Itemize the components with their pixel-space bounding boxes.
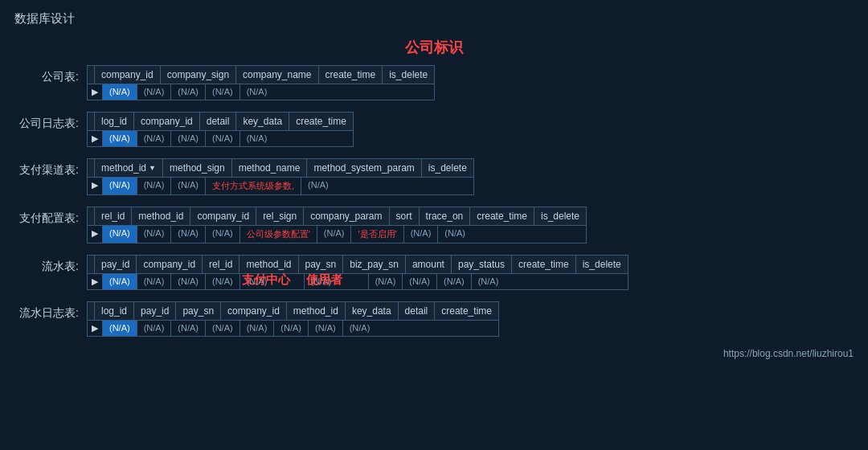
pay-channel-col-arrow (88, 159, 95, 177)
flow-log-col-logid: log_id (95, 302, 134, 320)
flow-log-data-compid: (N/A) (206, 321, 240, 336)
pay-channel-table: method_id ▼ method_sign method_name meth… (87, 158, 474, 195)
flow-overlay-yonghu: 使用者 (306, 272, 342, 288)
flow-data-amount: (N/A) (369, 274, 403, 289)
pay-config-table-data: ▶ (N/A) (N/A) (N/A) (N/A) 公司级参数配置' (N/A)… (88, 226, 586, 243)
pay-config-col-traceon: trace_on (420, 207, 471, 225)
flow-col-bizpaysn: biz_pay_sn (343, 256, 406, 273)
flow-log-arrow: ▶ (88, 321, 103, 336)
flow-col-delete: is_delete (576, 256, 628, 273)
flow-data-compid: (N/A) (137, 274, 172, 289)
sort-icon: ▼ (149, 164, 156, 172)
pay-config-col-relid: rel_id (95, 207, 132, 225)
company-table-data: ▶ (N/A) (N/A) (N/A) (N/A) (N/A) (88, 84, 434, 100)
company-col-arrow (88, 66, 95, 84)
pay-channel-data-sign: (N/A) (137, 178, 172, 194)
flow-table-data: ▶ (N/A) (N/A) (N/A) (N/A) (N/A) 支付中心 (N/… (88, 274, 628, 289)
flow-log-table: log_id pay_id pay_sn company_id method_i… (87, 301, 499, 337)
pay-channel-col-sign: method_sign (163, 159, 232, 177)
pay-config-data-methodid: (N/A) (137, 226, 172, 243)
flow-col-time: create_time (512, 256, 576, 273)
flow-log-table-header: log_id pay_id pay_sn company_id method_i… (88, 302, 498, 321)
flow-col-methodid: method_id (240, 256, 298, 273)
flow-log-data-logid: (N/A) (103, 321, 137, 336)
pay-config-data-traceon: '是否启用' (351, 226, 403, 243)
pay-channel-table-data: ▶ (N/A) (N/A) (N/A) 支付方式系统级参数, (N/A) (88, 178, 473, 194)
company-log-table: log_id company_id detail key_data create… (87, 112, 354, 147)
pay-config-col-delete: is_delete (534, 207, 586, 225)
flow-col-amount: amount (406, 256, 452, 273)
flow-log-data-time: (N/A) (343, 321, 377, 336)
pay-config-table-header: rel_id method_id company_id rel_sign com… (88, 207, 586, 226)
center-label: 公司标识 (14, 38, 854, 57)
flow-log-table-row: 流水日志表: log_id pay_id pay_sn company_id m… (14, 301, 854, 337)
flow-data-methodid: (N/A) (206, 274, 240, 289)
flow-log-table-label: 流水日志表: (14, 301, 87, 321)
company-log-data-compid: (N/A) (137, 131, 172, 146)
pay-channel-arrow: ▶ (88, 178, 103, 194)
flow-overlay-zhifu: 支付中心 (242, 272, 290, 288)
company-log-col-logid: log_id (95, 112, 134, 130)
company-log-data-logid: (N/A) (103, 131, 137, 146)
pay-config-arrow: ▶ (88, 226, 103, 243)
pay-config-col-compid: company_id (190, 207, 256, 225)
flow-data-paysn: (N/A) 支付中心 (240, 274, 305, 289)
company-data-sign: (N/A) (137, 84, 172, 100)
pay-channel-data-delete: (N/A) (301, 178, 335, 194)
flow-log-col-compid: company_id (221, 302, 287, 320)
company-log-col-detail: detail (200, 112, 237, 130)
company-log-col-compid: company_id (134, 112, 200, 130)
flow-table: pay_id company_id rel_id method_id pay_s… (87, 255, 628, 290)
company-data-name: (N/A) (171, 84, 206, 100)
flow-data-relid: (N/A) (171, 274, 206, 289)
pay-config-col-arrow (88, 207, 95, 225)
flow-col-payid: pay_id (95, 256, 137, 273)
flow-log-data-keydata: (N/A) (274, 321, 309, 336)
flow-data-bizpaysn: (N/A) 使用者 (305, 274, 369, 289)
flow-col-relid: rel_id (203, 256, 240, 273)
company-log-data-keydata: (N/A) (206, 131, 240, 146)
pay-config-table-row: 支付配置表: rel_id method_id company_id rel_s… (14, 207, 854, 243)
company-col-id: company_id (95, 66, 161, 84)
flow-log-data-paysn: (N/A) (171, 321, 206, 336)
flow-log-table-data: ▶ (N/A) (N/A) (N/A) (N/A) (N/A) (N/A) (N… (88, 321, 498, 336)
pay-config-table: rel_id method_id company_id rel_sign com… (87, 207, 587, 243)
flow-log-data-payid: (N/A) (137, 321, 172, 336)
company-arrow: ▶ (88, 84, 103, 100)
company-log-table-data: ▶ (N/A) (N/A) (N/A) (N/A) (N/A) (88, 131, 353, 146)
flow-log-col-keydata: key_data (346, 302, 399, 320)
flow-log-data-detail: (N/A) (309, 321, 343, 336)
flow-table-header: pay_id company_id rel_id method_id pay_s… (88, 256, 628, 274)
pay-config-table-label: 支付配置表: (14, 207, 87, 226)
page-title: 数据库设计 (14, 11, 854, 27)
pay-channel-data-methodid: (N/A) (103, 178, 137, 194)
company-log-col-keydata: key_data (236, 112, 289, 130)
company-table-label: 公司表: (14, 65, 87, 84)
flow-log-col-arrow (88, 302, 95, 320)
pay-config-data-sort: (N/A) (317, 226, 352, 243)
flow-data-paystatus: (N/A) (403, 274, 437, 289)
flow-log-col-time: create_time (435, 302, 498, 320)
pay-config-col-compparam: company_param (304, 207, 389, 225)
pay-config-data-compparam: 公司级参数配置' (240, 226, 317, 243)
pay-channel-table-label: 支付渠道表: (14, 158, 87, 178)
company-data-id: (N/A) (103, 84, 137, 100)
pay-channel-data-name: (N/A) (171, 178, 206, 194)
pay-channel-col-methodid: method_id ▼ (95, 159, 163, 177)
flow-log-data-methodid: (N/A) (240, 321, 275, 336)
flow-data-payid: (N/A) (103, 274, 137, 289)
flow-log-col-methodid: method_id (287, 302, 346, 320)
pay-channel-col-delete: is_delete (422, 159, 473, 177)
flow-table-label: 流水表: (14, 255, 87, 274)
company-data-time: (N/A) (206, 84, 240, 100)
flow-table-row: 流水表: pay_id company_id rel_id method_id … (14, 255, 854, 290)
company-log-table-label: 公司日志表: (14, 112, 87, 131)
flow-log-col-payid: pay_id (134, 302, 176, 320)
pay-channel-table-header: method_id ▼ method_sign method_name meth… (88, 159, 473, 178)
flow-data-delete: (N/A) (472, 274, 506, 289)
company-table: company_id company_sign company_name cre… (87, 65, 435, 100)
pay-channel-col-name: method_name (232, 159, 308, 177)
company-col-sign: company_sign (161, 66, 236, 84)
flow-col-paysn: pay_sn (299, 256, 344, 273)
pay-channel-col-sysparam: method_system_param (307, 159, 421, 177)
